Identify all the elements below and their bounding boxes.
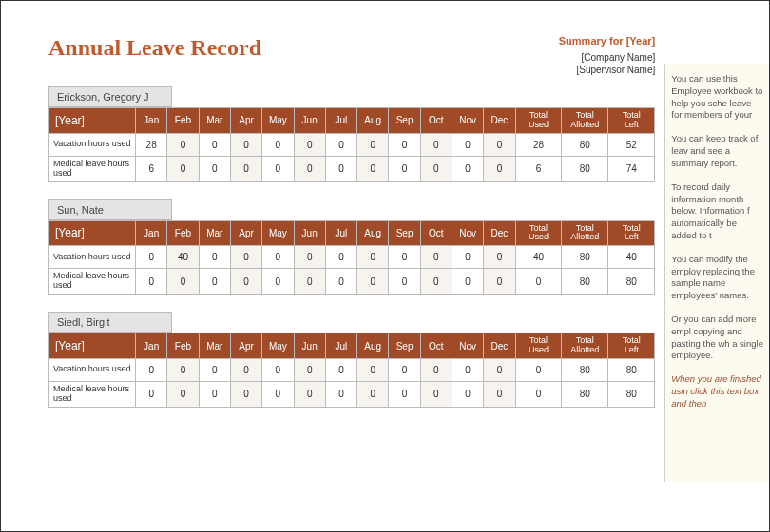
month-cell[interactable]: 0	[199, 381, 230, 407]
total-header: TotalLeft	[608, 220, 655, 246]
month-cell[interactable]: 0	[325, 269, 356, 294]
month-cell[interactable]: 0	[230, 358, 261, 381]
month-cell[interactable]: 0	[262, 246, 294, 269]
total-allotted-cell[interactable]: 80	[562, 133, 608, 156]
month-cell[interactable]: 0	[167, 381, 199, 407]
month-cell[interactable]: 0	[389, 133, 420, 156]
month-cell[interactable]: 6	[136, 156, 167, 181]
employee-block: Siedl, Birgit[Year]JanFebMarAprMayJunJul…	[48, 312, 655, 408]
total-used-cell: 0	[515, 358, 562, 381]
month-cell[interactable]: 0	[230, 156, 261, 181]
month-cell[interactable]: 0	[294, 381, 325, 407]
month-cell[interactable]: 0	[420, 246, 452, 269]
month-cell[interactable]: 0	[357, 358, 389, 381]
month-cell[interactable]: 0	[262, 269, 294, 294]
help-text: To record daily information month below.…	[671, 181, 763, 242]
employee-name: Erickson, Gregory J	[48, 86, 172, 107]
total-header: TotalAllotted	[562, 333, 608, 359]
month-header: May	[262, 108, 294, 134]
month-cell[interactable]: 0	[420, 269, 452, 294]
month-header: May	[262, 220, 294, 246]
month-cell[interactable]: 0	[420, 133, 452, 156]
month-cell[interactable]: 0	[199, 358, 230, 381]
month-cell[interactable]: 0	[420, 358, 452, 381]
month-cell[interactable]: 0	[357, 269, 389, 294]
month-cell[interactable]: 0	[136, 358, 167, 381]
month-cell[interactable]: 0	[294, 246, 325, 269]
row-label: Vacation hours used	[49, 358, 136, 381]
month-cell[interactable]: 0	[325, 156, 356, 181]
month-cell[interactable]: 0	[357, 246, 389, 269]
leave-table: [Year]JanFebMarAprMayJunJulAugSepOctNovD…	[48, 332, 655, 408]
month-cell[interactable]: 0	[262, 358, 294, 381]
employee-name: Sun, Nate	[48, 200, 172, 220]
month-cell[interactable]: 0	[262, 381, 294, 407]
month-cell[interactable]: 0	[294, 156, 325, 181]
month-cell[interactable]: 0	[167, 269, 199, 294]
month-cell[interactable]: 0	[325, 133, 356, 156]
month-cell[interactable]: 0	[389, 269, 420, 294]
month-cell[interactable]: 0	[325, 381, 356, 407]
month-cell[interactable]: 0	[325, 246, 356, 269]
month-cell[interactable]: 0	[420, 381, 452, 407]
month-cell[interactable]: 0	[230, 381, 261, 407]
month-cell[interactable]: 0	[452, 269, 484, 294]
month-cell[interactable]: 0	[167, 133, 199, 156]
month-cell[interactable]: 0	[294, 269, 325, 294]
help-sidebar: You can use this Employee workbook to he…	[664, 64, 769, 482]
month-cell[interactable]: 0	[389, 381, 420, 407]
month-cell[interactable]: 0	[230, 269, 261, 294]
month-cell[interactable]: 0	[452, 381, 484, 407]
month-cell[interactable]: 0	[167, 358, 199, 381]
total-allotted-cell[interactable]: 80	[562, 381, 608, 407]
total-allotted-cell[interactable]: 80	[562, 156, 608, 181]
total-allotted-cell[interactable]: 80	[562, 358, 608, 381]
month-cell[interactable]: 0	[452, 246, 484, 269]
month-cell[interactable]: 0	[262, 133, 294, 156]
month-cell[interactable]: 0	[199, 269, 230, 294]
month-cell[interactable]: 0	[262, 156, 294, 181]
month-cell[interactable]: 0	[484, 381, 515, 407]
month-cell[interactable]: 0	[230, 246, 261, 269]
month-cell[interactable]: 0	[357, 133, 389, 156]
month-cell[interactable]: 0	[389, 246, 420, 269]
month-header: Apr	[230, 220, 261, 246]
employee-name: Siedl, Birgit	[48, 312, 172, 332]
page-header: Annual Leave Record Summary for [Year] […	[48, 35, 655, 77]
month-cell[interactable]: 28	[136, 133, 167, 156]
month-cell[interactable]: 0	[136, 246, 167, 269]
month-header: Nov	[452, 108, 484, 134]
month-cell[interactable]: 0	[452, 133, 484, 156]
month-header: Nov	[452, 333, 484, 359]
month-cell[interactable]: 0	[136, 269, 167, 294]
month-cell[interactable]: 0	[199, 133, 230, 156]
month-cell[interactable]: 0	[484, 358, 515, 381]
month-cell[interactable]: 0	[452, 156, 484, 181]
month-cell[interactable]: 0	[357, 156, 389, 181]
help-text: You can modify the employ replacing the …	[671, 254, 763, 302]
month-cell[interactable]: 0	[484, 156, 515, 181]
month-cell[interactable]: 0	[484, 133, 515, 156]
month-cell[interactable]: 0	[294, 358, 325, 381]
total-allotted-cell[interactable]: 80	[562, 246, 608, 269]
month-cell[interactable]: 0	[484, 269, 515, 294]
month-cell[interactable]: 0	[389, 358, 420, 381]
month-cell[interactable]: 0	[199, 246, 230, 269]
month-cell[interactable]: 0	[484, 246, 515, 269]
month-cell[interactable]: 0	[357, 381, 389, 407]
help-note: When you are finished usin click this te…	[671, 373, 763, 409]
total-left-cell: 52	[608, 133, 655, 156]
month-cell[interactable]: 40	[167, 246, 199, 269]
month-header: Feb	[167, 220, 199, 246]
month-cell[interactable]: 0	[325, 358, 356, 381]
month-cell[interactable]: 0	[230, 133, 261, 156]
month-cell[interactable]: 0	[167, 156, 199, 181]
month-cell[interactable]: 0	[389, 156, 420, 181]
month-cell[interactable]: 0	[136, 381, 167, 407]
summary-block: Summary for [Year] [Company Name] [Super…	[559, 35, 655, 77]
month-cell[interactable]: 0	[420, 156, 452, 181]
month-cell[interactable]: 0	[452, 358, 484, 381]
total-allotted-cell[interactable]: 80	[562, 269, 608, 294]
month-cell[interactable]: 0	[199, 156, 230, 181]
month-cell[interactable]: 0	[294, 133, 325, 156]
